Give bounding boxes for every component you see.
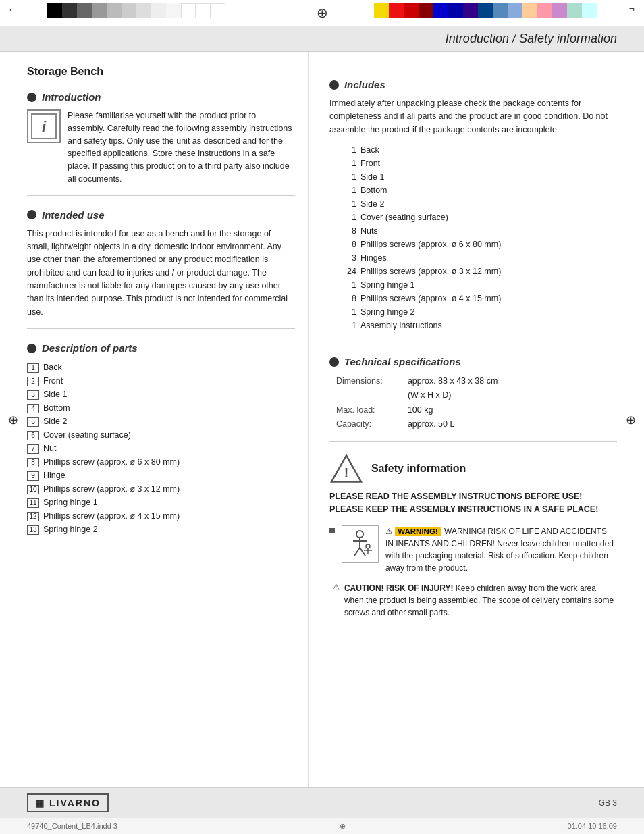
item-name: Phillips screws (approx. ø 4 x 15 mm)	[360, 292, 501, 305]
top-left-corner2	[47, 3, 225, 18]
color-block	[47, 3, 62, 18]
item-qty: 1	[343, 278, 356, 292]
list-item: 12Phillips screw (approx. ø 4 x 15 mm)	[27, 509, 295, 523]
intended-use-heading: Intended use	[27, 209, 295, 221]
top-left-corner: ⌐	[9, 3, 15, 14]
part-name: Phillips screw (approx. ø 3 x 12 mm)	[43, 482, 180, 496]
color-block-mauve	[552, 3, 567, 18]
list-item: 1Back	[27, 361, 295, 374]
list-item: 6Cover (seating surface)	[27, 428, 295, 442]
part-name: Phillips screw (approx. ø 6 x 80 mm)	[43, 455, 180, 469]
footer-page: GB 3	[599, 798, 617, 808]
color-block	[166, 3, 181, 18]
color-block	[122, 3, 136, 18]
footer: ▦ LIVARNO GB 3	[0, 787, 644, 818]
top-right-corner: ¬	[629, 3, 635, 14]
color-block	[196, 3, 211, 18]
bottom-bar: 49740_Content_LB4.indd 3 ⊕ 01.04.10 16:0…	[0, 818, 644, 834]
part-number: 10	[27, 485, 39, 494]
left-margin-crosshair-icon: ⊕	[8, 413, 18, 427]
item-qty: 8	[343, 238, 356, 251]
warning-triangle-small: ⚠	[385, 527, 393, 536]
left-column: Storage Bench Introduction i Please fami…	[0, 52, 309, 787]
color-block-peach	[522, 3, 537, 18]
includes-intro-text: Immediately after unpacking please check…	[329, 97, 617, 136]
item-name: Hinges	[360, 251, 387, 265]
list-item: 1Cover (seating surface)	[343, 211, 617, 224]
color-block	[92, 3, 107, 18]
item-name: Assembly instructions	[360, 319, 442, 332]
part-name: Bottom	[43, 401, 70, 415]
part-number: 7	[27, 444, 39, 454]
color-block-blue	[433, 3, 448, 18]
right-margin-crosshair-icon: ⊕	[626, 413, 636, 427]
item-qty: 1	[343, 184, 356, 197]
header-title-bar: Introduction / Safety information	[0, 26, 644, 52]
spec-label: Capacity:	[336, 417, 397, 432]
item-qty: 24	[343, 265, 356, 278]
color-block	[181, 3, 196, 18]
list-item: 10Phillips screw (approx. ø 3 x 12 mm)	[27, 482, 295, 496]
safety-bold-text: PLEASE READ THE ASSEMBLY INSTRUCTIONS BE…	[329, 490, 617, 516]
list-item: 4Bottom	[27, 401, 295, 415]
part-number: 1	[27, 363, 39, 373]
list-item: 1Bottom	[343, 184, 617, 197]
spec-value: 100 kg	[408, 403, 433, 417]
item-name: Phillips screws (approx. ø 3 x 12 mm)	[360, 265, 501, 278]
description-of-parts-title: Description of parts	[42, 342, 138, 354]
center-crosshair-icon: ⊕	[317, 5, 328, 21]
bottom-left-text: 49740_Content_LB4.indd 3	[27, 822, 117, 831]
svg-text:i: i	[42, 118, 47, 135]
item-name: Spring hinge 2	[360, 305, 415, 319]
livarno-logo-icon: ▦	[35, 798, 45, 808]
item-name: Bottom	[360, 184, 387, 197]
divider	[329, 342, 617, 342]
warning-badge: WARNING!	[395, 527, 440, 536]
specs-row: Dimensions:approx. 88 x 43 x 38 cm (W x …	[336, 374, 617, 403]
intended-use-title: Intended use	[42, 209, 105, 221]
bullet-icon	[329, 357, 339, 367]
divider	[27, 195, 295, 196]
warning-image	[342, 525, 379, 563]
list-item: 8Phillips screws (approx. ø 4 x 15 mm)	[343, 292, 617, 305]
bullet-icon	[27, 344, 36, 353]
svg-point-4	[356, 531, 363, 538]
part-number: 3	[27, 390, 39, 400]
svg-line-8	[360, 548, 365, 556]
list-item: 9Hinge	[27, 469, 295, 482]
list-item: 1Spring hinge 2	[343, 305, 617, 319]
part-name: Nut	[43, 442, 56, 455]
list-item: 1Side 1	[343, 170, 617, 184]
introduction-heading: Introduction	[27, 91, 295, 103]
part-name: Side 1	[43, 388, 67, 401]
item-qty: 8	[343, 292, 356, 305]
color-block-dkblue	[448, 3, 463, 18]
color-block-yellow	[374, 3, 389, 18]
part-number: 9	[27, 471, 39, 481]
color-block-maroon	[419, 3, 433, 18]
color-block-ltcyan	[582, 3, 597, 18]
item-name: Back	[360, 143, 379, 157]
list-item: 8Nuts	[343, 224, 617, 238]
color-block	[77, 3, 92, 18]
color-block-purple	[463, 3, 478, 18]
introduction-title: Introduction	[42, 91, 101, 103]
list-item: 8Phillips screw (approx. ø 6 x 80 mm)	[27, 455, 295, 469]
item-qty: 1	[343, 305, 356, 319]
item-name: Phillips screws (approx. ø 6 x 80 mm)	[360, 238, 501, 251]
top-bar: ⌐ ⊕	[0, 0, 644, 26]
color-block	[107, 3, 122, 18]
list-item: 24Phillips screws (approx. ø 3 x 12 mm)	[343, 265, 617, 278]
livarno-logo-text: LIVARNO	[49, 798, 101, 808]
item-name: Spring hinge 1	[360, 278, 415, 292]
list-item: 3Hinges	[343, 251, 617, 265]
item-qty: 1	[343, 157, 356, 170]
caution-text-1: CAUTION! RISK OF INJURY! Keep children a…	[344, 582, 617, 619]
list-item: 1Spring hinge 1	[343, 278, 617, 292]
description-of-parts-heading: Description of parts	[27, 342, 295, 354]
color-block-steel	[493, 3, 508, 18]
color-strip-right	[374, 3, 597, 18]
item-qty: 1	[343, 143, 356, 157]
product-title: Storage Bench	[27, 66, 295, 78]
list-item: 1Assembly instructions	[343, 319, 617, 332]
